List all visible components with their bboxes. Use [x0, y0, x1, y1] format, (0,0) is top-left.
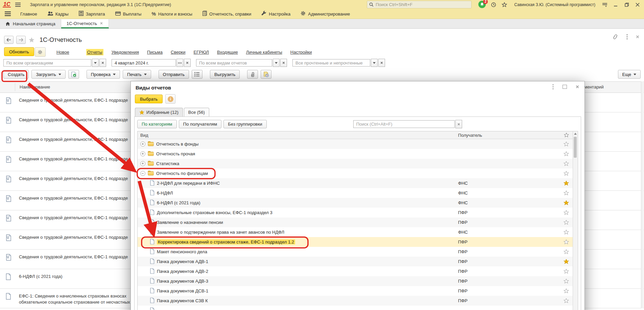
- favorite-star[interactable]: [559, 210, 573, 215]
- tree-report-row[interactable]: Пачка документов АДВ-1ПФР: [138, 257, 578, 266]
- list-scrollbar[interactable]: [641, 81, 644, 308]
- dialog-search-input[interactable]: Поиск (Ctrl+Alt+F): [353, 120, 455, 128]
- tree-report-row[interactable]: Дополнительные страховые взносы, ЕФС-1 п…: [138, 208, 578, 217]
- filter-value-3[interactable]: По всем видам отчетов: [196, 59, 272, 67]
- favorite-star[interactable]: [559, 181, 573, 186]
- tree-folder-row[interactable]: Отчетность по физлицам: [138, 169, 578, 178]
- favorite-star[interactable]: [559, 220, 573, 225]
- print-button[interactable]: Печать: [123, 70, 151, 79]
- filter-value-2[interactable]: 4 квартал 2024 г.: [112, 59, 176, 67]
- clear-filter-button[interactable]: [99, 59, 106, 67]
- group-by-recipient-button[interactable]: По получателям: [179, 120, 222, 128]
- clear-filter-button[interactable]: [378, 59, 385, 67]
- sections-panel-icon[interactable]: [4, 10, 11, 18]
- command-link-1[interactable]: Новое: [56, 50, 69, 55]
- favorite-star[interactable]: [559, 288, 573, 293]
- global-search-input[interactable]: Поиск Ctrl+Shift+F: [367, 1, 472, 8]
- current-user[interactable]: Савинская З.Ю. (Системный программист): [514, 2, 595, 7]
- tab-all[interactable]: Все (56): [184, 108, 209, 117]
- minimize-button[interactable]: [612, 1, 620, 8]
- menu-item-6[interactable]: Отчетность, справки: [202, 11, 251, 17]
- main-menu-icon[interactable]: [14, 1, 22, 8]
- command-link-3[interactable]: Уведомления: [112, 50, 139, 55]
- history-icon[interactable]: [490, 1, 497, 8]
- tree-report-row[interactable]: 6-НДФЛ (с 2021 года)ФНС: [138, 198, 578, 208]
- command-link-8[interactable]: Личные кабинеты: [246, 50, 282, 55]
- filter-value-4[interactable]: Все прочтенные и непрочтенные: [292, 59, 370, 67]
- check-button[interactable]: Проверка: [87, 70, 120, 79]
- menu-item-3[interactable]: Зарплата: [79, 11, 105, 17]
- favorite-column-header[interactable]: [559, 133, 573, 137]
- tree-folder-row[interactable]: Отчетность в фонды: [138, 139, 578, 149]
- dropdown-caret-button[interactable]: [371, 59, 378, 67]
- clear-filter-button[interactable]: [184, 59, 191, 67]
- refresh-settings-button[interactable]: [35, 47, 46, 57]
- dialog-kebab-icon[interactable]: [552, 84, 554, 89]
- get-link-icon[interactable]: [612, 34, 618, 40]
- name-column-header[interactable]: Наименование: [20, 84, 50, 89]
- tab-home[interactable]: Начальная страница: [0, 19, 61, 28]
- export-button[interactable]: Выгрузить: [210, 70, 240, 79]
- restore-button[interactable]: [623, 1, 630, 8]
- tree-folder-row[interactable]: Отчетность прочая: [138, 149, 578, 159]
- favorite-star[interactable]: [559, 249, 573, 254]
- tree-report-row[interactable]: [138, 306, 578, 310]
- load-from-file-button[interactable]: [68, 70, 79, 79]
- favorite-star[interactable]: [559, 279, 573, 284]
- more-actions-kebab-icon[interactable]: [626, 34, 628, 40]
- choose-period-button[interactable]: [176, 59, 183, 67]
- menu-item-4[interactable]: Выплаты: [115, 11, 142, 17]
- collapse-icon[interactable]: [140, 171, 145, 176]
- tree-report-row[interactable]: Пачка документов СЗВ КПФР: [138, 296, 578, 306]
- tree-report-row[interactable]: Корректировка сведений о страховом стаже…: [138, 237, 578, 247]
- expand-icon[interactable]: [140, 151, 145, 156]
- tab-1c-reporting[interactable]: 1С-Отчетность: [61, 19, 109, 28]
- expand-icon[interactable]: [140, 141, 145, 147]
- command-link-6[interactable]: ЕГРЮЛ: [194, 50, 209, 55]
- tree-report-row[interactable]: 2-НДФЛ для передачи в ИФНСФНС: [138, 178, 578, 188]
- tree-report-row[interactable]: Пачка документов АДВ-3ПФР: [138, 276, 578, 286]
- favorite-star[interactable]: [559, 171, 573, 176]
- favorite-star[interactable]: [559, 151, 573, 156]
- clear-filter-button[interactable]: [280, 59, 287, 67]
- tree-report-row[interactable]: Макет пенсионного делаПФР: [138, 247, 578, 257]
- dialog-maximize-icon[interactable]: [563, 85, 567, 89]
- select-button[interactable]: Выбрать: [135, 95, 163, 103]
- tree-report-row[interactable]: Заявление о подтверждении права на зачет…: [138, 227, 578, 237]
- attachments-button[interactable]: [247, 70, 258, 79]
- favorite-star[interactable]: [559, 239, 573, 244]
- menu-item-8[interactable]: Администрирование: [301, 11, 350, 17]
- send-button[interactable]: Отправить: [159, 70, 189, 79]
- service-menu-icon[interactable]: [601, 1, 609, 8]
- tree-report-row[interactable]: Заявление о назначении пенсииПФР: [138, 217, 578, 227]
- command-link-2[interactable]: Отчеты: [86, 49, 103, 55]
- menu-item-7[interactable]: Настройка: [261, 11, 290, 17]
- favorite-page-star-icon[interactable]: [28, 37, 35, 43]
- filter-value-1[interactable]: По всем организациям: [3, 59, 91, 67]
- favorite-star[interactable]: [559, 200, 573, 205]
- no-grouping-button[interactable]: Без группировки: [223, 120, 267, 128]
- tree-report-row[interactable]: 6-НДФЛФНС: [138, 188, 578, 198]
- group-by-category-button[interactable]: По категориям: [137, 120, 177, 128]
- refresh-button[interactable]: Обновить: [4, 47, 34, 56]
- favorites-star-icon[interactable]: [501, 1, 508, 8]
- send-queue-button[interactable]: [192, 70, 202, 79]
- create-button[interactable]: Создать: [3, 70, 29, 79]
- command-link-9[interactable]: Настройки: [290, 50, 312, 55]
- tree-report-row[interactable]: Пачка документов ДСВ-1ПФР: [138, 286, 578, 296]
- tree-report-row[interactable]: Пачка документов АДВ-2ПФР: [138, 266, 578, 276]
- forward-button[interactable]: [16, 36, 26, 44]
- pending-docs-button[interactable]: [261, 70, 271, 79]
- favorite-star[interactable]: [559, 190, 573, 196]
- favorite-star[interactable]: [559, 141, 573, 147]
- menu-item-5[interactable]: %Налоги и взносы: [151, 11, 192, 17]
- favorite-star[interactable]: [559, 269, 573, 274]
- command-link-5[interactable]: Сверки: [171, 50, 186, 55]
- close-tab-icon[interactable]: [100, 22, 103, 25]
- back-button[interactable]: [4, 36, 14, 44]
- tab-favorites[interactable]: Избранные (12): [135, 108, 183, 117]
- favorite-star[interactable]: [559, 161, 573, 166]
- load-button[interactable]: Загрузить: [31, 70, 65, 79]
- dropdown-caret-button[interactable]: [92, 59, 99, 67]
- dropdown-caret-button[interactable]: [273, 59, 280, 67]
